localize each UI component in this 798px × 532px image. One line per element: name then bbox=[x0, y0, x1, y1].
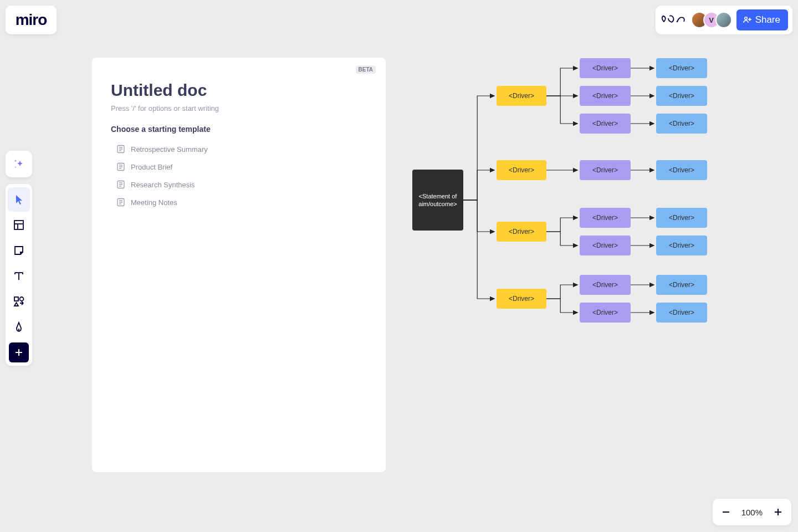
diagram-driver-blue[interactable]: <Driver> bbox=[656, 58, 707, 78]
reactions-button[interactable] bbox=[660, 10, 687, 30]
left-toolbar bbox=[6, 184, 32, 366]
template-label: Meeting Notes bbox=[131, 198, 177, 207]
svg-point-0 bbox=[676, 21, 678, 23]
doc-title[interactable]: Untitled doc bbox=[111, 81, 367, 100]
diagram-driver-purple[interactable]: <Driver> bbox=[580, 208, 631, 228]
diagram-driver-blue[interactable]: <Driver> bbox=[656, 114, 707, 134]
diagram-driver-yellow[interactable]: <Driver> bbox=[497, 222, 546, 242]
doc-panel[interactable]: BETA Untitled doc Press '/' for options … bbox=[92, 58, 386, 472]
doc-hint: Press '/' for options or start writing bbox=[111, 104, 367, 112]
diagram-driver-purple[interactable]: <Driver> bbox=[580, 236, 631, 255]
share-label: Share bbox=[755, 14, 780, 25]
sparkle-icon bbox=[12, 157, 25, 171]
diagram-driver-yellow[interactable]: <Driver> bbox=[497, 289, 546, 309]
text-icon bbox=[13, 270, 25, 282]
doc-icon bbox=[116, 145, 125, 154]
diagram-driver-blue[interactable]: <Driver> bbox=[656, 208, 707, 228]
template-label: Research Synthesis bbox=[131, 181, 195, 189]
diagram-driver-blue[interactable]: <Driver> bbox=[656, 160, 707, 180]
sticky-icon bbox=[13, 244, 25, 257]
collab-bar: V Share bbox=[656, 6, 792, 34]
svg-point-12 bbox=[20, 297, 24, 301]
diagram-driver-purple[interactable]: <Driver> bbox=[580, 114, 631, 134]
ai-tool-button[interactable] bbox=[6, 151, 32, 177]
cursor-icon bbox=[13, 193, 24, 206]
doc-icon bbox=[116, 198, 125, 207]
template-label: Retrospective Summary bbox=[131, 145, 208, 154]
more-tools-button[interactable] bbox=[9, 342, 29, 362]
plus-icon bbox=[14, 347, 24, 357]
sticky-note-tool[interactable] bbox=[8, 238, 30, 263]
select-tool[interactable] bbox=[8, 187, 30, 212]
text-tool[interactable] bbox=[8, 264, 30, 288]
diagram-driver-purple[interactable]: <Driver> bbox=[580, 86, 631, 106]
template-item[interactable]: Product Brief bbox=[111, 158, 367, 176]
diagram-driver-purple[interactable]: <Driver> bbox=[580, 303, 631, 323]
minus-icon bbox=[721, 507, 731, 517]
beta-badge: BETA bbox=[356, 65, 376, 74]
logo[interactable]: miro bbox=[6, 6, 57, 34]
plus-icon bbox=[773, 507, 783, 517]
diagram-driver-yellow[interactable]: <Driver> bbox=[497, 86, 546, 106]
template-label: Product Brief bbox=[131, 163, 172, 171]
svg-rect-4 bbox=[14, 221, 23, 229]
template-item[interactable]: Research Synthesis bbox=[111, 176, 367, 193]
diagram-driver-blue[interactable]: <Driver> bbox=[656, 275, 707, 295]
doc-icon bbox=[116, 162, 125, 171]
diagram-root-node[interactable]: <Statement of aim/outcome> bbox=[412, 170, 463, 231]
frame-icon bbox=[13, 219, 25, 231]
diagram-driver-blue[interactable]: <Driver> bbox=[656, 303, 707, 323]
reactions-icon bbox=[661, 14, 686, 26]
zoom-level[interactable]: 100% bbox=[741, 508, 763, 517]
svg-point-1 bbox=[744, 17, 746, 19]
avatar[interactable] bbox=[715, 12, 732, 28]
doc-icon bbox=[116, 180, 125, 189]
svg-rect-11 bbox=[14, 297, 18, 301]
logo-text: miro bbox=[16, 11, 47, 29]
shapes-tool[interactable] bbox=[8, 289, 30, 314]
diagram-driver-purple[interactable]: <Driver> bbox=[580, 160, 631, 180]
diagram-driver-blue[interactable]: <Driver> bbox=[656, 236, 707, 255]
diagram-driver-purple[interactable]: <Driver> bbox=[580, 275, 631, 295]
template-item[interactable]: Retrospective Summary bbox=[111, 140, 367, 158]
share-button[interactable]: Share bbox=[736, 9, 788, 30]
shapes-icon bbox=[13, 295, 25, 308]
share-icon bbox=[742, 15, 752, 25]
diagram-driver-purple[interactable]: <Driver> bbox=[580, 58, 631, 78]
pen-icon bbox=[13, 321, 25, 333]
pen-tool[interactable] bbox=[8, 315, 30, 339]
zoom-controls: 100% bbox=[713, 499, 791, 525]
template-item[interactable]: Meeting Notes bbox=[111, 193, 367, 211]
doc-template-heading: Choose a starting template bbox=[111, 125, 367, 134]
zoom-in-button[interactable] bbox=[770, 504, 786, 520]
template-list: Retrospective Summary Product Brief Rese… bbox=[111, 140, 367, 211]
presence-avatars[interactable]: V bbox=[691, 12, 732, 28]
zoom-out-button[interactable] bbox=[718, 504, 734, 520]
templates-tool[interactable] bbox=[8, 213, 30, 237]
diagram-driver-yellow[interactable]: <Driver> bbox=[497, 160, 546, 180]
diagram-driver-blue[interactable]: <Driver> bbox=[656, 86, 707, 106]
